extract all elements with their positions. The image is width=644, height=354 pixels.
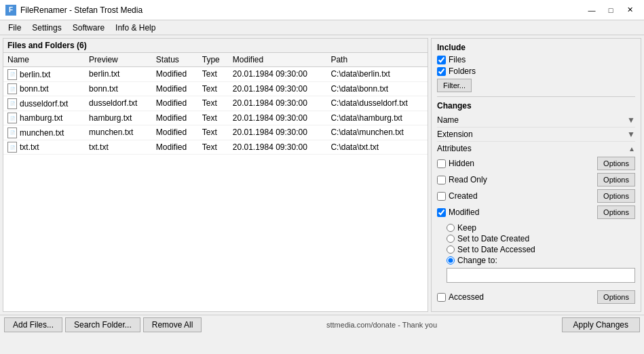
changes-section-title: Changes xyxy=(437,101,635,111)
file-icon: 📄 xyxy=(7,113,17,123)
remove-all-button[interactable]: Remove All xyxy=(143,317,202,332)
cell-preview: munchen.txt xyxy=(85,125,152,140)
cell-status: Modified xyxy=(152,140,198,155)
keep-label: Keep xyxy=(457,223,476,233)
set-to-date-accessed-radio-row: Set to Date Accessed xyxy=(447,245,635,254)
col-header-name[interactable]: Name xyxy=(3,53,85,67)
cell-name: 📄 bonn.txt xyxy=(3,81,85,96)
table-row[interactable]: 📄 dusseldorf.txt dusseldorf.txt Modified… xyxy=(3,96,428,111)
cell-type: Text xyxy=(198,81,229,96)
changes-section: Name ▼ Extension ▼ Attributes ▲ xyxy=(437,113,635,155)
folders-checkbox[interactable] xyxy=(437,67,446,76)
readonly-checkbox[interactable] xyxy=(437,176,446,184)
accessed-options-button[interactable]: Options xyxy=(597,290,635,304)
extension-label: Extension xyxy=(437,130,473,139)
set-to-date-accessed-label: Set to Date Accessed xyxy=(457,245,535,254)
cell-path: C:\data\dusseldorf.txt xyxy=(326,96,428,111)
cell-path: C:\data\berlin.txt xyxy=(326,67,428,82)
cell-preview: txt.txt xyxy=(85,140,152,155)
modified-attr-row: Modified Options xyxy=(437,204,635,220)
cell-path: C:\data\hamburg.txt xyxy=(326,111,428,125)
cell-type: Text xyxy=(198,111,229,125)
cell-modified: 20.01.1984 09:30:00 xyxy=(229,67,327,82)
change-to-label: Change to: xyxy=(457,256,497,265)
menu-info-help[interactable]: Info & Help xyxy=(110,22,161,34)
cell-modified: 20.01.1984 09:30:00 xyxy=(229,125,327,140)
modified-label: Modified xyxy=(449,208,479,217)
file-icon: 📄 xyxy=(7,98,17,109)
title-bar-text: FileRenamer - Stefan Trost Media xyxy=(20,5,583,15)
set-to-date-created-radio-row: Set to Date Created xyxy=(447,234,635,243)
date-value-input[interactable]: 1/20/1984 9:30:00 xyxy=(447,268,635,283)
cell-preview: bonn.txt xyxy=(85,81,152,96)
cell-name: 📄 berlin.txt xyxy=(3,67,85,82)
set-to-date-accessed-radio[interactable] xyxy=(447,245,455,254)
apply-changes-button[interactable]: Apply Changes xyxy=(562,317,640,332)
name-label: Name xyxy=(437,115,459,125)
col-header-preview[interactable]: Preview xyxy=(85,53,152,67)
include-section-title: Include xyxy=(437,43,635,52)
title-bar-buttons: — □ ✕ xyxy=(583,3,639,17)
created-options-button[interactable]: Options xyxy=(597,189,635,203)
app-icon: F xyxy=(5,5,16,16)
col-header-status[interactable]: Status xyxy=(152,53,198,67)
col-header-type[interactable]: Type xyxy=(198,53,229,67)
cell-status: Modified xyxy=(152,67,198,82)
cell-modified: 20.01.1984 09:30:00 xyxy=(229,140,327,155)
menu-settings[interactable]: Settings xyxy=(26,22,67,34)
cell-type: Text xyxy=(198,140,229,155)
attributes-header: Attributes ▲ xyxy=(437,142,635,155)
file-table: Name Preview Status Type Modified Path 📄… xyxy=(3,53,428,155)
filter-button[interactable]: Filter... xyxy=(437,79,472,92)
right-panel: Include Files Folders Filter... Changes … xyxy=(431,38,641,312)
extension-row[interactable]: Extension ▼ xyxy=(437,127,635,142)
status-text: sttmedia.com/donate - Thank you xyxy=(204,321,558,329)
search-folder-button[interactable]: Search Folder... xyxy=(65,317,140,332)
maximize-button[interactable]: □ xyxy=(602,3,620,17)
table-row[interactable]: 📄 txt.txt txt.txt Modified Text 20.01.19… xyxy=(3,140,428,155)
accessed-checkbox[interactable] xyxy=(437,293,446,302)
add-files-button[interactable]: Add Files... xyxy=(4,317,62,332)
cell-modified: 20.01.1984 09:30:00 xyxy=(229,81,327,96)
attributes-label: Attributes xyxy=(437,144,472,153)
file-icon: 📄 xyxy=(7,69,17,80)
keep-radio[interactable] xyxy=(447,224,455,232)
col-header-modified[interactable]: Modified xyxy=(229,53,327,67)
set-to-date-created-label: Set to Date Created xyxy=(457,234,529,243)
col-header-path[interactable]: Path xyxy=(326,53,428,67)
change-to-radio[interactable] xyxy=(447,256,455,264)
files-checkbox[interactable] xyxy=(437,56,446,64)
created-checkbox[interactable] xyxy=(437,192,446,201)
cell-name: 📄 txt.txt xyxy=(3,140,85,155)
cell-path: C:\data\bonn.txt xyxy=(326,81,428,96)
name-row[interactable]: Name ▼ xyxy=(437,113,635,127)
minimize-button[interactable]: — xyxy=(583,3,601,17)
table-row[interactable]: 📄 munchen.txt munchen.txt Modified Text … xyxy=(3,125,428,140)
files-folders-header: Files and Folders (6) xyxy=(3,39,428,53)
file-list-scroll[interactable]: Name Preview Status Type Modified Path 📄… xyxy=(3,53,428,311)
extension-arrow-icon: ▼ xyxy=(627,130,635,139)
cell-path: C:\data\txt.txt xyxy=(326,140,428,155)
cell-preview: berlin.txt xyxy=(85,67,152,82)
name-arrow-icon: ▼ xyxy=(627,115,635,125)
cell-name: 📄 hamburg.txt xyxy=(3,111,85,125)
menu-software[interactable]: Software xyxy=(67,22,110,34)
cell-type: Text xyxy=(198,125,229,140)
table-row[interactable]: 📄 bonn.txt bonn.txt Modified Text 20.01.… xyxy=(3,81,428,96)
table-row[interactable]: 📄 hamburg.txt hamburg.txt Modified Text … xyxy=(3,111,428,125)
close-button[interactable]: ✕ xyxy=(621,3,639,17)
title-bar: F FileRenamer - Stefan Trost Media — □ ✕ xyxy=(0,0,644,20)
menu-file[interactable]: File xyxy=(3,22,26,34)
created-label: Created xyxy=(449,191,478,201)
table-row[interactable]: 📄 berlin.txt berlin.txt Modified Text 20… xyxy=(3,67,428,82)
hidden-options-button[interactable]: Options xyxy=(597,157,635,170)
modified-checkbox[interactable] xyxy=(437,208,446,217)
set-to-date-created-radio[interactable] xyxy=(447,235,455,243)
readonly-label: Read Only xyxy=(449,175,487,184)
modified-options-button[interactable]: Options xyxy=(597,205,635,219)
readonly-options-button[interactable]: Options xyxy=(597,173,635,186)
accessed-attr-row: Accessed Options xyxy=(437,288,635,306)
divider-1 xyxy=(437,96,635,97)
hidden-checkbox[interactable] xyxy=(437,159,446,168)
cell-name: 📄 munchen.txt xyxy=(3,125,85,140)
